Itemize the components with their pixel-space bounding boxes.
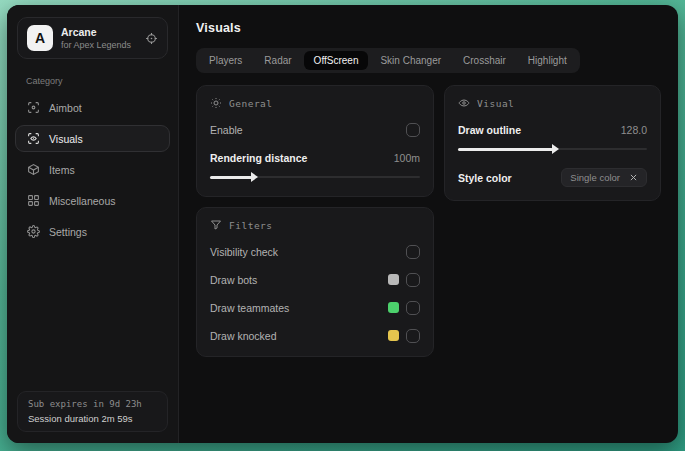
eye-icon [458,97,470,109]
sidebar-item-items[interactable]: Items [15,156,170,183]
sidebar: A Arcane for Apex Legends Category [7,5,179,443]
slider-fill [458,148,553,151]
general-panel-header: General [210,97,420,109]
tab-skin-changer[interactable]: Skin Changer [370,51,451,70]
visibility-check-row: Visibility check [210,244,420,259]
general-panel-title: General [229,98,273,109]
draw-knocked-checkbox[interactable] [406,329,420,343]
draw-outline-row: Draw outline 128.0 [458,122,647,137]
enable-row: Enable [210,122,420,137]
app-logo: A [27,25,53,51]
remove-icon[interactable] [629,173,638,182]
tab-players[interactable]: Players [199,51,252,70]
gear-icon [27,225,40,238]
app-meta: Arcane for Apex Legends [61,26,137,50]
draw-bots-color-swatch[interactable] [388,274,399,285]
style-color-label: Style color [458,172,512,184]
slider-fill [210,176,252,179]
style-color-select[interactable]: Single color [561,168,647,187]
grid-icon [27,194,40,207]
visual-panel-title: Visual [477,98,514,109]
tab-crosshair[interactable]: Crosshair [453,51,516,70]
panels-grid: General Enable Rendering distance 100m [196,85,661,357]
filters-panel: Filters Visibility check Draw bots [196,207,434,357]
draw-knocked-label: Draw knocked [210,330,277,342]
main-content: Visuals Players Radar OffScreen Skin Cha… [179,5,678,443]
crosshair-icon [27,101,40,114]
visuals-tabbar: Players Radar OffScreen Skin Changer Cro… [196,48,580,73]
draw-outline-slider[interactable] [458,144,647,155]
subscription-info-card: Sub expires in 9d 23h Session duration 2… [17,391,168,432]
sidebar-item-settings[interactable]: Settings [15,218,170,245]
left-column: General Enable Rendering distance 100m [196,85,434,357]
slider-thumb[interactable] [552,144,559,154]
visibility-check-label: Visibility check [210,246,278,258]
draw-bots-label: Draw bots [210,274,257,286]
visibility-check-checkbox[interactable] [406,245,420,259]
draw-outline-label: Draw outline [458,124,521,136]
style-color-row: Style color Single color [458,168,647,187]
slider-thumb[interactable] [251,172,258,182]
session-duration-text: Session duration 2m 59s [28,413,157,424]
scan-eye-icon [27,132,40,145]
general-panel: General Enable Rendering distance 100m [196,85,434,197]
app-subtitle: for Apex Legends [61,40,137,50]
tab-offscreen[interactable]: OffScreen [304,51,369,70]
category-label: Category [26,76,178,86]
app-window: A Arcane for Apex Legends Category [7,5,678,443]
sidebar-item-label: Miscellaneous [49,195,116,207]
rendering-distance-label: Rendering distance [210,152,307,164]
target-icon[interactable] [145,32,158,45]
sidebar-item-label: Visuals [49,133,83,145]
sidebar-item-visuals[interactable]: Visuals [15,125,170,152]
visual-panel: Visual Draw outline 128.0 Style color [444,85,661,201]
tab-radar[interactable]: Radar [254,51,301,70]
style-color-value: Single color [570,172,620,183]
rendering-distance-slider[interactable] [210,172,420,183]
app-logo-letter: A [35,30,45,46]
draw-teammates-label: Draw teammates [210,302,289,314]
draw-knocked-color-swatch[interactable] [388,330,399,341]
tab-highlight[interactable]: Highlight [518,51,577,70]
draw-outline-value: 128.0 [621,124,647,136]
draw-knocked-row: Draw knocked [210,328,420,343]
funnel-icon [210,219,222,231]
filters-panel-header: Filters [210,219,420,231]
sidebar-item-aimbot[interactable]: Aimbot [15,94,170,121]
enable-label: Enable [210,124,243,136]
app-header-card: A Arcane for Apex Legends [17,17,168,59]
sidebar-item-miscellaneous[interactable]: Miscellaneous [15,187,170,214]
draw-teammates-row: Draw teammates [210,300,420,315]
filters-panel-title: Filters [229,220,273,231]
rendering-distance-value: 100m [394,152,420,164]
right-column: Visual Draw outline 128.0 Style color [444,85,661,201]
sun-icon [210,97,222,109]
sub-expires-text: Sub expires in 9d 23h [28,399,157,409]
visual-panel-header: Visual [458,97,647,109]
enable-checkbox[interactable] [406,123,420,137]
draw-bots-checkbox[interactable] [406,273,420,287]
draw-bots-row: Draw bots [210,272,420,287]
sidebar-item-label: Aimbot [49,102,82,114]
app-name: Arcane [61,26,137,38]
sidebar-item-label: Items [49,164,75,176]
page-title: Visuals [196,21,661,35]
draw-teammates-checkbox[interactable] [406,301,420,315]
sidebar-nav: Aimbot Visuals Items [7,92,178,247]
rendering-distance-row: Rendering distance 100m [210,150,420,165]
package-icon [27,163,40,176]
draw-teammates-color-swatch[interactable] [388,302,399,313]
sidebar-item-label: Settings [49,226,87,238]
